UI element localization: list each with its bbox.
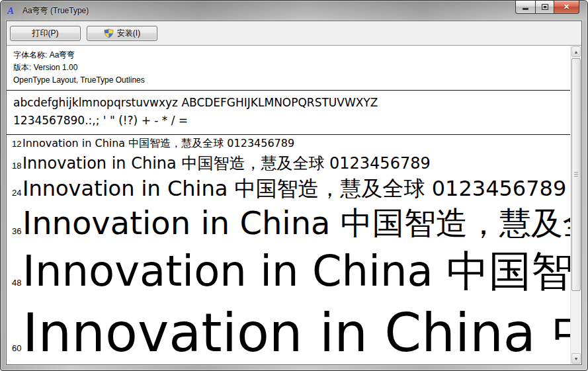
sample-text-18: Innovation in China 中国智造，慧及全球 0123456789 <box>22 152 431 175</box>
glyph-sample-block: abcdefghijklmnopqrstuvwxyz ABCDEFGHIJKLM… <box>7 91 570 132</box>
sample-text-12: Innovation in China 中国智造，慧及全球 0123456789 <box>22 135 294 152</box>
client-area: 打印(P) 安装(I) 字体名称: A <box>6 21 582 365</box>
vertical-scrollbar[interactable]: ▲ ▼ <box>570 46 581 364</box>
font-viewer-window: A Aa弯弯 (TrueType) ✕ 打印(P) <box>0 0 588 371</box>
sample-text-36: Innovation in China 中国智造，慧及全球 0123456789 <box>22 202 570 243</box>
size-label: 12 <box>7 139 22 149</box>
numerals-sample-line: 1234567890.:,; ' " (!?) + - * / = <box>13 112 564 130</box>
size-row-36: 36 Innovation in China 中国智造，慧及全球 0123456… <box>7 202 570 243</box>
scroll-down-button[interactable]: ▼ <box>571 353 581 364</box>
scroll-up-button[interactable]: ▲ <box>571 46 581 57</box>
toolbar: 打印(P) 安装(I) <box>7 21 581 46</box>
size-row-60: 60 Innovation in China 中国智造，慧及全球 0123456… <box>7 299 570 364</box>
sample-text-48: Innovation in China 中国智造，慧及全球 0123456789 <box>22 243 570 299</box>
maximize-button[interactable] <box>535 1 554 14</box>
size-label: 36 <box>7 226 22 236</box>
close-button[interactable]: ✕ <box>554 1 579 14</box>
sample-text-60: Innovation in China 中国智造，慧及全球 0123456789 <box>22 299 570 364</box>
size-row-12: 12 Innovation in China 中国智造，慧及全球 0123456… <box>7 135 570 152</box>
size-row-18: 18 Innovation in China 中国智造，慧及全球 0123456… <box>7 152 570 175</box>
alphabet-sample-line: abcdefghijklmnopqrstuvwxyz ABCDEFGHIJKLM… <box>13 94 564 112</box>
size-label: 60 <box>7 343 22 353</box>
uac-shield-icon <box>104 28 114 38</box>
size-label: 18 <box>7 161 22 171</box>
maximize-icon <box>542 4 548 10</box>
size-row-48: 48 Innovation in China 中国智造，慧及全球 0123456… <box>7 243 570 299</box>
install-button-label: 安装(I) <box>117 28 140 39</box>
print-button[interactable]: 打印(P) <box>10 26 81 41</box>
font-name-line: 字体名称: Aa弯弯 <box>13 49 564 62</box>
size-label: 24 <box>7 188 22 198</box>
font-outline-line: OpenType Layout, TrueType Outlines <box>13 74 564 87</box>
sample-text-24: Innovation in China 中国智造，慧及全球 0123456789 <box>22 175 566 202</box>
scrollbar-track[interactable] <box>571 58 581 352</box>
close-icon: ✕ <box>564 3 569 11</box>
scrollbar-thumb[interactable] <box>571 58 581 291</box>
minimize-button[interactable] <box>515 1 535 14</box>
font-preview-pane: 字体名称: Aa弯弯 版本: Version 1.00 OpenType Lay… <box>7 46 570 364</box>
size-row-24: 24 Innovation in China 中国智造，慧及全球 0123456… <box>7 175 570 202</box>
font-viewer-app-icon: A <box>7 5 18 16</box>
preview-content: 字体名称: Aa弯弯 版本: Version 1.00 OpenType Lay… <box>7 46 581 364</box>
minimize-icon <box>523 8 528 10</box>
size-preview-rows: 12 Innovation in China 中国智造，慧及全球 0123456… <box>7 135 570 364</box>
scroll-down-icon: ▼ <box>574 356 579 361</box>
font-info-block: 字体名称: Aa弯弯 版本: Version 1.00 OpenType Lay… <box>7 46 570 88</box>
window-titlebar[interactable]: A Aa弯弯 (TrueType) ✕ <box>1 1 587 21</box>
scroll-up-icon: ▲ <box>574 50 579 54</box>
font-version-line: 版本: Version 1.00 <box>13 62 564 74</box>
size-label: 48 <box>7 278 22 288</box>
window-title: Aa弯弯 (TrueType) <box>22 5 89 17</box>
print-button-label: 打印(P) <box>32 28 59 39</box>
window-controls: ✕ <box>515 1 579 14</box>
install-button[interactable]: 安装(I) <box>87 26 157 41</box>
